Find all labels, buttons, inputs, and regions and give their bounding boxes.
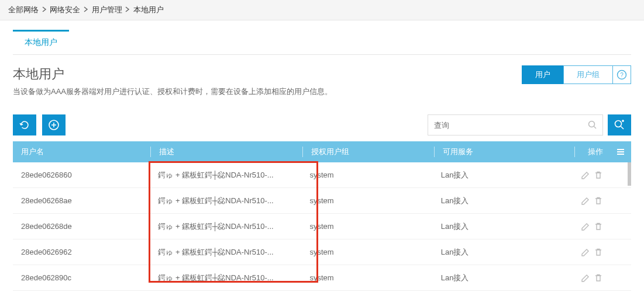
col-service[interactable]: 可用服务	[434, 147, 574, 157]
help-icon: ?	[617, 69, 627, 80]
cell-description: 鍔ゅ + 鏍板虹鍔┼惢NDA-Nr510-...	[150, 196, 301, 206]
search-input-wrapper	[428, 114, 603, 135]
breadcrumb-item: 本地用户	[133, 5, 164, 14]
cell-auth-group: system	[301, 171, 432, 179]
refresh-icon	[19, 120, 30, 130]
help-button[interactable]: ?	[612, 65, 631, 84]
user-group-button[interactable]: 用户组	[563, 65, 613, 84]
breadcrumb-item[interactable]: 全部网络	[8, 5, 39, 14]
tab-strip: 本地用户	[13, 22, 631, 55]
cell-service: Lan接入	[433, 196, 573, 206]
table-row[interactable]: 28ede06268de鍔ゅ + 鏍板虹鍔┼惢NDA-Nr510-...syst…	[13, 214, 631, 239]
edit-icon[interactable]	[581, 273, 590, 283]
header-actions: 用户 用户组 ?	[522, 65, 631, 84]
add-button[interactable]	[42, 114, 66, 135]
page-title: 本地用户	[13, 65, 332, 83]
breadcrumb-item[interactable]: 网络安全	[50, 5, 80, 14]
col-auth-group[interactable]: 授权用户组	[302, 147, 434, 157]
cell-username: 28ede06268ae	[13, 196, 150, 205]
chevron-right-icon	[42, 6, 47, 12]
search-plus-icon	[614, 119, 625, 131]
cell-auth-group: system	[301, 196, 432, 205]
search-input[interactable]	[428, 115, 602, 135]
cell-service: Lan接入	[433, 170, 573, 180]
page-description: 当设备做为AAA服务器端对用户进行认证、授权和计费时，需要在设备上添加相应的用户…	[13, 86, 332, 97]
table-row[interactable]: 28ede0626860鍔ゅ + 鏍板虹鍔┼惢NDA-Nr510-...syst…	[13, 162, 631, 188]
edit-icon[interactable]	[581, 222, 590, 231]
cell-auth-group: system	[301, 248, 432, 256]
users-table: 用户名 描述 授权用户组 可用服务 操作 28ede0626860鍔ゅ + 鏍板…	[13, 141, 631, 291]
cell-username: 28ede06268de	[13, 222, 150, 231]
cell-service: Lan接入	[433, 221, 573, 232]
advanced-search-button[interactable]	[608, 114, 631, 135]
table-row[interactable]: 28ede0626962鍔ゅ + 鏍板虹鍔┼惢NDA-Nr510-...syst…	[13, 239, 631, 265]
table-row[interactable]: 28ede062890c鍔ゅ + 鏍板虹鍔┼惢NDA-Nr510-...syst…	[13, 265, 631, 291]
delete-icon[interactable]	[594, 273, 603, 283]
cell-description: 鍔ゅ + 鏍板虹鍔┼惢NDA-Nr510-...	[150, 170, 301, 180]
user-button[interactable]: 用户	[522, 65, 564, 84]
cell-service: Lan接入	[433, 273, 573, 283]
scrollbar[interactable]	[628, 162, 631, 186]
breadcrumb-item[interactable]: 用户管理	[92, 5, 122, 14]
edit-icon[interactable]	[581, 171, 590, 180]
plus-circle-icon	[48, 119, 60, 131]
chevron-right-icon	[84, 6, 88, 12]
table-row[interactable]: 28ede06268ae鍔ゅ + 鏍板虹鍔┼惢NDA-Nr510-...syst…	[13, 188, 631, 214]
edit-icon[interactable]	[581, 248, 590, 257]
cell-username: 28ede062890c	[13, 273, 150, 282]
svg-text:?: ?	[620, 72, 624, 78]
col-username[interactable]: 用户名	[13, 147, 150, 157]
delete-icon[interactable]	[594, 248, 603, 257]
delete-icon[interactable]	[594, 171, 603, 180]
col-description[interactable]: 描述	[150, 147, 302, 157]
cell-description: 鍔ゅ + 鏍板虹鍔┼惢NDA-Nr510-...	[150, 221, 301, 232]
delete-icon[interactable]	[594, 222, 603, 231]
cell-auth-group: system	[301, 273, 432, 282]
svg-point-3	[589, 121, 595, 127]
cell-username: 28ede0626860	[13, 171, 150, 179]
cell-description: 鍔ゅ + 鏍板虹鍔┼惢NDA-Nr510-...	[150, 247, 301, 258]
cell-service: Lan接入	[433, 247, 573, 258]
cell-username: 28ede0626962	[13, 248, 150, 256]
edit-icon[interactable]	[581, 196, 590, 206]
chevron-right-icon	[125, 6, 130, 12]
cell-auth-group: system	[301, 222, 432, 231]
tab-local-users[interactable]: 本地用户	[13, 30, 69, 55]
delete-icon[interactable]	[594, 196, 603, 206]
refresh-button[interactable]	[13, 114, 36, 135]
cell-description: 鍔ゅ + 鏍板虹鍔┼惢NDA-Nr510-...	[150, 273, 301, 283]
columns-menu-icon[interactable]	[616, 147, 625, 157]
table-header: 用户名 描述 授权用户组 可用服务 操作	[13, 141, 631, 162]
svg-point-4	[615, 121, 622, 127]
breadcrumb: 全部网络 网络安全 用户管理 本地用户	[0, 0, 644, 20]
search-icon[interactable]	[587, 120, 598, 130]
